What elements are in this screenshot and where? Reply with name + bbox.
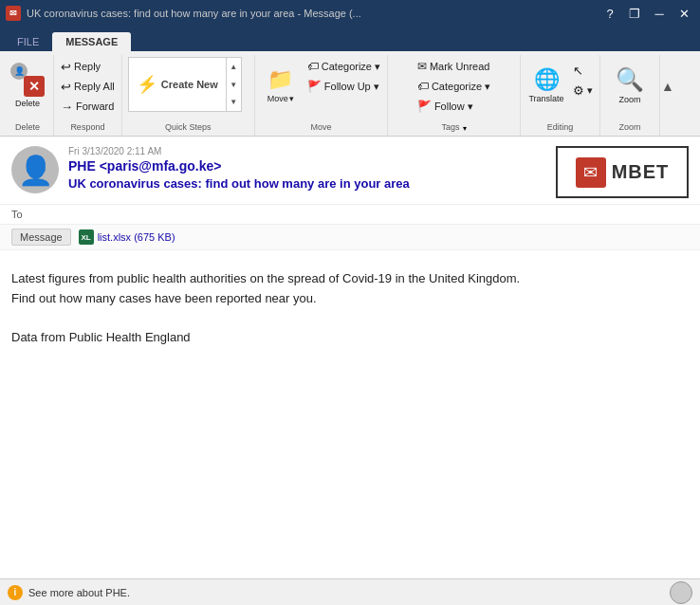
title-bar: ✉ UK coronavirus cases: find out how man… — [0, 0, 700, 27]
move-dropdown-arrow: ▾ — [289, 94, 294, 104]
move-icon: 📁 — [267, 67, 293, 92]
email-header: 👤 Fri 3/13/2020 2:11 AM PHE <paris@mfa.g… — [0, 137, 700, 205]
ribbon-collapse-button[interactable]: ▲ — [660, 55, 675, 136]
reply-all-icon: ↩ — [61, 80, 71, 94]
info-icon: i — [8, 585, 23, 600]
reply-button[interactable]: ↩ Reply — [58, 57, 118, 76]
followup-icon: 🚩 — [307, 80, 322, 93]
email-content: 👤 Fri 3/13/2020 2:11 AM PHE <paris@mfa.g… — [0, 137, 700, 578]
ribbon-group-respond: ↩ Reply ↩ Reply All → Forward Respond — [54, 55, 122, 136]
scroll-up-arrow[interactable]: ▲ — [227, 58, 241, 76]
ribbon-tabs: FILE MESSAGE — [0, 27, 700, 51]
email-date: Fri 3/13/2020 2:11 AM — [68, 146, 546, 156]
logo-icon: ✉ — [576, 157, 606, 188]
follow-icon: 🚩 — [417, 100, 432, 113]
ribbon-group-quicksteps: ⚡ Create New ▲ ▼ ▼ Quick Steps — [122, 55, 255, 136]
email-subject: UK coronavirus cases: find out how many … — [68, 176, 546, 191]
email-sender[interactable]: PHE <paris@mfa.go.ke> — [68, 158, 546, 174]
translate-icon: 🌐 — [534, 67, 560, 92]
attachments-bar: Message XL list.xlsx (675 KB) — [0, 225, 700, 250]
ribbon-group-move: 📁 Move ▾ 🏷 Categorize ▾ 🚩 Follow Up ▾ — [255, 55, 388, 136]
status-bar: i See more about PHE. — [0, 578, 700, 605]
quicksteps-scroll: ▲ ▼ ▼ — [226, 58, 241, 111]
lightning-icon: ⚡ — [137, 74, 157, 95]
restore-button[interactable]: ❐ — [624, 3, 645, 24]
ribbon-group-zoom: 🔍 Zoom Zoom — [600, 55, 660, 136]
followup-arrow: ▾ — [374, 81, 379, 93]
delete-button[interactable]: 👤 ✕ Delete — [6, 57, 49, 114]
minimize-button[interactable]: ─ — [649, 3, 670, 24]
tags-categorize-icon: 🏷 — [417, 80, 429, 93]
reply-all-button[interactable]: ↩ Reply All — [58, 77, 118, 96]
cursor-icon: ↖ — [573, 64, 583, 78]
body-line-2: Data from Public Health England — [11, 328, 689, 348]
ribbon-group-tags: ✉ Mark Unread 🏷 Categorize ▾ 🚩 Follow ▾ … — [388, 55, 521, 136]
scroll-more-arrow[interactable]: ▼ — [227, 93, 241, 111]
ribbon: 👤 ✕ Delete Delete ↩ Reply ↩ Reply All → … — [0, 51, 700, 137]
zoom-icon: 🔍 — [616, 66, 644, 93]
status-avatar — [670, 581, 692, 604]
excel-icon: XL — [79, 229, 94, 245]
ribbon-group-editing: 🌐 Translate ↖ ⚙ ▾ Editing — [521, 55, 600, 136]
title-bar-controls: ? ❐ ─ ✕ — [599, 3, 694, 24]
envelope-icon: ✉ — [583, 162, 598, 183]
tags-categorize-arrow: ▾ — [485, 81, 490, 93]
email-meta: Fri 3/13/2020 2:11 AM PHE <paris@mfa.go.… — [68, 146, 546, 191]
excel-attachment[interactable]: XL list.xlsx (675 KB) — [79, 229, 175, 245]
mark-unread-icon: ✉ — [417, 60, 427, 73]
categorize-arrow: ▾ — [375, 61, 380, 73]
categorize-button[interactable]: 🏷 Categorize ▾ — [304, 57, 383, 76]
email-logo: ✉ MBET — [556, 146, 689, 198]
tags-expand-icon[interactable]: ▾ — [463, 124, 467, 133]
ribbon-group-delete: 👤 ✕ Delete Delete — [2, 55, 54, 136]
editing-extra-button[interactable]: ⚙ ▾ — [570, 81, 596, 100]
forward-icon: → — [61, 100, 73, 114]
follow-arrow: ▾ — [468, 101, 473, 113]
title-bar-left: ✉ UK coronavirus cases: find out how man… — [6, 6, 361, 21]
editing-extra-icon: ⚙ — [573, 83, 584, 98]
close-button[interactable]: ✕ — [673, 3, 694, 24]
zoom-button[interactable]: 🔍 Zoom — [608, 57, 652, 114]
message-tab[interactable]: Message — [11, 229, 71, 246]
mark-unread-button[interactable]: ✉ Mark Unread — [414, 57, 493, 76]
tab-file[interactable]: FILE — [4, 32, 52, 51]
help-button[interactable]: ? — [599, 3, 620, 24]
app-icon: ✉ — [6, 6, 21, 21]
forward-button[interactable]: → Forward — [58, 97, 118, 116]
move-button[interactable]: 📁 Move ▾ — [259, 57, 303, 114]
email-view: 👤 Fri 3/13/2020 2:11 AM PHE <paris@mfa.g… — [0, 137, 700, 578]
translate-button[interactable]: 🌐 Translate — [525, 57, 568, 114]
to-line: To — [0, 205, 700, 225]
followup-button[interactable]: 🚩 Follow Up ▾ — [304, 77, 383, 96]
avatar-person-icon: 👤 — [18, 154, 53, 187]
reply-icon: ↩ — [61, 60, 71, 74]
sender-avatar: 👤 — [11, 146, 59, 193]
editing-extra-arrow: ▾ — [587, 84, 593, 97]
window-title: UK coronavirus cases: find out how many … — [27, 8, 361, 19]
follow-button[interactable]: 🚩 Follow ▾ — [414, 97, 493, 116]
editing-cursor-button[interactable]: ↖ — [570, 61, 596, 80]
tab-message[interactable]: MESSAGE — [52, 32, 131, 51]
logo-text: MBET — [612, 161, 670, 183]
body-line-1: Latest figures from public health author… — [11, 269, 689, 309]
tags-categorize-button[interactable]: 🏷 Categorize ▾ — [414, 77, 493, 96]
status-text: See more about PHE. — [28, 587, 130, 598]
email-body: Latest figures from public health author… — [0, 250, 700, 578]
status-left: i See more about PHE. — [8, 585, 130, 600]
categorize-icon: 🏷 — [307, 60, 319, 73]
scroll-down-arrow[interactable]: ▼ — [227, 76, 241, 94]
create-new-button[interactable]: ⚡ Create New ▲ ▼ ▼ — [128, 57, 242, 112]
